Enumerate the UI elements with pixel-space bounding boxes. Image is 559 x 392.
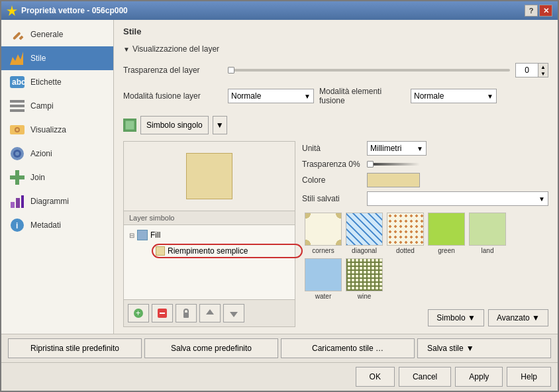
svg-rect-17 — [21, 195, 24, 208]
swatch-wine-label: wine — [358, 293, 372, 300]
elementi-fusione-combo[interactable]: Normale ▼ — [411, 89, 497, 103]
sidebar-item-visualizza[interactable]: Visualizza — [1, 118, 113, 142]
symbol-bar: Simbolo singolo ▼ — [123, 115, 548, 136]
subsection-arrow: ▼ — [123, 46, 130, 53]
sidebar-item-azioni[interactable]: Azioni — [1, 142, 113, 166]
spin-down-btn[interactable]: ▼ — [538, 70, 548, 77]
swatch-green[interactable]: green — [428, 213, 465, 254]
swatch-dotted-preview — [387, 213, 424, 246]
swatch-water-label: water — [315, 293, 331, 300]
svg-text:abc: abc — [12, 77, 25, 87]
fusione-row: Modalità fusione layer Normale ▼ Modalit… — [123, 87, 548, 105]
main-panel: Stile ▼ Visualizzazione del layer Traspa… — [114, 20, 558, 334]
svg-rect-5 — [10, 100, 25, 103]
avanzato-btn[interactable]: Avanzato ▼ — [488, 309, 548, 326]
swatch-diagonal[interactable]: diagonal — [346, 213, 383, 254]
move-down-btn[interactable] — [223, 304, 244, 322]
swatch-corners-preview — [305, 213, 342, 246]
sidebar-item-generale[interactable]: Generale — [1, 23, 113, 46]
ok-btn[interactable]: OK — [356, 367, 395, 387]
unita-label: Unità — [302, 144, 362, 153]
chart-icon — [9, 193, 25, 209]
svg-rect-6 — [10, 105, 25, 107]
fill-icon — [137, 230, 148, 240]
elementi-arrow: ▼ — [487, 93, 493, 100]
sidebar-item-diagrammi[interactable]: Diagrammi — [1, 189, 113, 213]
cancel-btn[interactable]: Cancel — [399, 367, 451, 387]
sidebar-item-metadati[interactable]: i Metadati — [1, 213, 113, 237]
join-icon — [9, 170, 25, 185]
elementi-fusione-value: Normale — [414, 91, 444, 101]
actions-icon — [9, 146, 25, 162]
svg-text:+: + — [136, 309, 140, 318]
main-content: Generale Stile abc Etichette — [1, 20, 558, 334]
sidebar-label-join: Join — [30, 173, 45, 182]
help-button[interactable]: ? — [525, 5, 538, 17]
salva-stile-label: Salva stile — [427, 344, 464, 353]
window-title: Proprietà vettore - 056cp000 — [21, 6, 525, 15]
swatch-dotted[interactable]: dotted — [387, 213, 424, 254]
swatch-wine[interactable]: wine — [346, 258, 383, 300]
window-controls: ? ✕ — [525, 5, 552, 17]
swatch-water[interactable]: water — [305, 258, 342, 300]
stili-salvati-row: Stili salvati ▼ — [302, 191, 548, 206]
close-button[interactable]: ✕ — [539, 5, 552, 17]
unita-arrow: ▼ — [417, 145, 423, 152]
window-icon — [7, 5, 17, 16]
bottom-action-bar: Ripristina stile predefinito Salva come … — [1, 334, 558, 362]
riempimento-item[interactable]: Riempimento semplice — [152, 244, 303, 258]
simbolo-arrow: ▼ — [468, 313, 476, 322]
trasparenza-pct-slider[interactable] — [367, 163, 420, 166]
stili-salvati-combo[interactable]: ▼ — [367, 191, 548, 206]
sidebar-item-campi[interactable]: Campi — [1, 94, 113, 118]
ripristina-btn[interactable]: Ripristina stile predefinito — [8, 338, 142, 358]
elementi-fusione-label: Modalità elementi fusione — [319, 87, 405, 105]
trasparenza-slider[interactable] — [228, 69, 510, 72]
sidebar-label-generale: Generale — [30, 30, 63, 39]
svg-marker-14 — [10, 170, 25, 185]
swatch-land[interactable]: land — [469, 213, 506, 254]
simbolo-btn[interactable]: Simbolo ▼ — [428, 309, 484, 326]
add-layer-btn[interactable]: + — [128, 304, 149, 322]
sidebar-label-azioni: Azioni — [30, 149, 52, 158]
sidebar-item-etichette[interactable]: abc Etichette — [1, 70, 113, 94]
symbol-panel: Layer simbolo ⊟ Fill Riempimento semplic… — [123, 141, 548, 327]
caricamento-btn[interactable]: Caricamento stile … — [281, 338, 415, 358]
lock-layer-btn[interactable] — [176, 304, 197, 322]
fusione-label: Modalità fusione layer — [123, 91, 223, 101]
spin-up-btn[interactable]: ▲ — [538, 64, 548, 70]
sidebar-item-stile[interactable]: Stile — [1, 46, 113, 70]
help-btn[interactable]: Help — [507, 367, 551, 387]
sidebar-item-join[interactable]: Join — [1, 166, 113, 189]
preview-square — [186, 153, 232, 199]
trasparenza-spinbox: 0 ▲ ▼ — [515, 63, 548, 77]
salva-come-btn[interactable]: Salva come predefinito — [144, 338, 278, 358]
unita-combo[interactable]: Millimetri ▼ — [367, 141, 427, 156]
svg-point-10 — [16, 128, 19, 131]
riempimento-icon — [156, 246, 165, 256]
colore-label: Colore — [302, 175, 362, 185]
svg-point-13 — [15, 152, 19, 156]
swatch-corners[interactable]: corners — [305, 213, 342, 254]
swatch-dotted-label: dotted — [396, 247, 415, 254]
trasparenza-value[interactable]: 0 — [516, 64, 538, 77]
slider-thumb — [228, 67, 234, 74]
remove-layer-btn[interactable] — [152, 304, 173, 322]
colore-row: Colore — [302, 173, 548, 187]
tree-fill-item[interactable]: ⊟ Fill — [127, 228, 292, 242]
salva-stile-btn[interactable]: Salva stile ▼ — [417, 338, 551, 358]
spin-buttons: ▲ ▼ — [538, 64, 548, 77]
symbol-single-btn[interactable]: Simbolo singolo — [140, 116, 209, 134]
svg-marker-26 — [206, 309, 214, 315]
move-up-btn[interactable] — [199, 304, 221, 322]
fill-label: Fill — [150, 230, 160, 240]
trasparenza-row: Trasparenza del layer 0 ▲ ▼ — [123, 63, 548, 77]
colore-swatch[interactable] — [367, 173, 420, 187]
symbol-dropdown-btn[interactable]: ▼ — [213, 116, 227, 134]
fusione-combo[interactable]: Normale ▼ — [228, 89, 314, 103]
trasparenza-label: Trasparenza del layer — [123, 66, 223, 75]
subsection-label: Visualizzazione del layer — [132, 44, 219, 54]
svg-rect-15 — [11, 202, 15, 208]
apply-btn[interactable]: Apply — [455, 367, 503, 387]
main-window: Proprietà vettore - 056cp000 ? ✕ General… — [0, 0, 559, 392]
